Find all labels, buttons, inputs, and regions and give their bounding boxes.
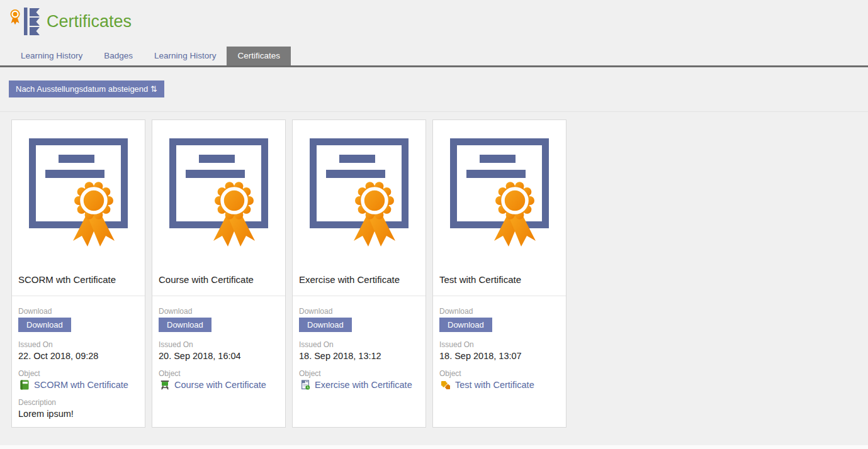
- object-link[interactable]: Course with Certificate: [174, 380, 266, 390]
- toolbar: Nach Ausstellungsdatum absteigend ⇅: [0, 67, 868, 112]
- download-label: Download: [299, 307, 419, 316]
- download-button[interactable]: Download: [18, 318, 71, 332]
- card-properties: Download Download Issued On 18. Sep 2018…: [433, 296, 566, 390]
- issued-on-value: 20. Sep 2018, 16:04: [159, 351, 279, 361]
- tab-learning-history-2[interactable]: Learning History: [144, 47, 227, 65]
- card-title: Test with Certificate: [439, 274, 560, 296]
- certificate-card-deck: SCORM wth Certificate Download Download …: [0, 112, 868, 435]
- download-button[interactable]: Download: [299, 318, 352, 332]
- card-title: SCORM wth Certificate: [18, 274, 138, 296]
- object-link[interactable]: Exercise with Certificate: [315, 380, 412, 390]
- certificate-image: [159, 125, 279, 265]
- description-label: Description: [18, 398, 138, 407]
- issued-on-value: 18. Sep 2018, 13:07: [439, 351, 560, 361]
- download-button[interactable]: Download: [439, 318, 492, 332]
- download-label: Download: [439, 307, 560, 316]
- download-label: Download: [18, 307, 138, 316]
- object-link[interactable]: Test with Certificate: [455, 380, 534, 390]
- card-properties: Download Download Issued On 18. Sep 2018…: [293, 296, 426, 390]
- card-title: Exercise with Certificate: [299, 274, 419, 296]
- object-label: Object: [159, 369, 279, 378]
- object-label: Object: [18, 369, 138, 378]
- test-icon: [441, 380, 451, 390]
- issued-on-label: Issued On: [439, 340, 560, 349]
- tab-bar: Learning History Badges Learning History…: [0, 47, 868, 67]
- certificate-icon: [450, 138, 550, 250]
- tab-badges[interactable]: Badges: [93, 47, 144, 65]
- object-label: Object: [439, 369, 560, 378]
- card-title: Course with Certificate: [159, 274, 279, 296]
- certificate-image: [299, 125, 419, 265]
- exercise-icon: [300, 380, 310, 390]
- scorm-icon: [20, 380, 30, 390]
- download-button[interactable]: Download: [159, 318, 211, 332]
- certificate-card: Test with Certificate Download Download …: [432, 119, 566, 428]
- certificate-image: [18, 125, 138, 265]
- issued-on-value: 18. Sep 2018, 13:12: [299, 351, 419, 361]
- download-label: Download: [159, 307, 279, 316]
- certificates-logo-icon: [9, 8, 40, 35]
- object-label: Object: [299, 369, 419, 378]
- description-value: Lorem ipsum!: [18, 409, 138, 419]
- certificate-card: SCORM wth Certificate Download Download …: [11, 119, 145, 428]
- page-title: Certificates: [47, 13, 132, 30]
- certificate-icon: [29, 138, 128, 250]
- issued-on-value: 22. Oct 2018, 09:28: [18, 351, 138, 361]
- certificate-icon: [169, 138, 269, 250]
- certificate-card: Course with Certificate Download Downloa…: [152, 119, 286, 428]
- certificate-icon: [310, 138, 409, 250]
- course-icon: [160, 380, 170, 390]
- card-properties: Download Download Issued On 22. Oct 2018…: [12, 296, 145, 419]
- sort-order-button[interactable]: Nach Ausstellungsdatum absteigend ⇅: [9, 80, 164, 97]
- page-header: Certificates: [0, 0, 868, 38]
- card-properties: Download Download Issued On 20. Sep 2018…: [152, 296, 285, 390]
- certificate-card: Exercise with Certificate Download Downl…: [292, 119, 426, 428]
- issued-on-label: Issued On: [159, 340, 279, 349]
- tab-learning-history-1[interactable]: Learning History: [10, 47, 93, 65]
- footer-strip: [0, 445, 868, 449]
- issued-on-label: Issued On: [299, 340, 419, 349]
- object-link[interactable]: SCORM wth Certificate: [34, 380, 128, 390]
- tab-certificates[interactable]: Certificates: [227, 47, 291, 65]
- certificate-image: [439, 125, 560, 265]
- issued-on-label: Issued On: [18, 340, 138, 349]
